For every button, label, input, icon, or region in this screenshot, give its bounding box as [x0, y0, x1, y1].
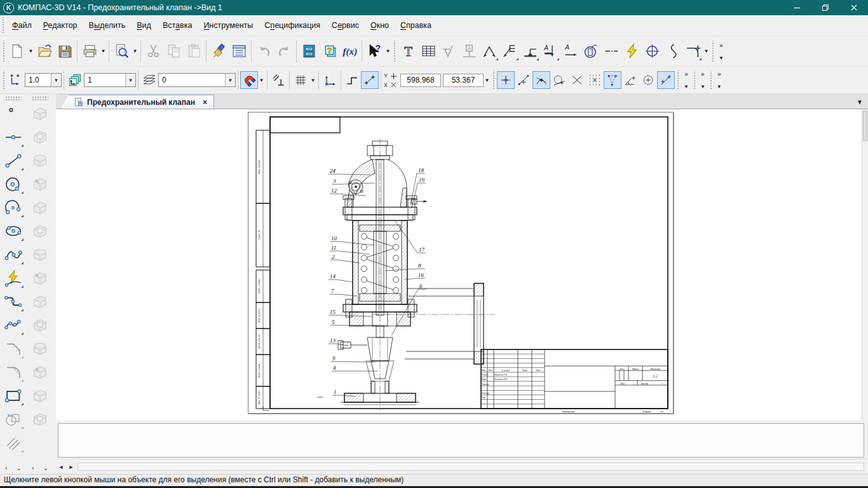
toolbar-grip[interactable] — [693, 71, 696, 90]
copy-properties-button[interactable] — [208, 41, 229, 62]
section-designation-button[interactable] — [581, 41, 601, 62]
horizontal-scrollbar[interactable] — [78, 463, 864, 471]
chevron-left-icon[interactable]: ‹ — [5, 464, 7, 471]
menu-Окно[interactable]: Окно — [365, 17, 395, 34]
circle-tool-button[interactable] — [3, 173, 24, 194]
toolbar-overflow-button[interactable]: »▼ — [681, 70, 691, 90]
local-cs-button[interactable] — [321, 71, 339, 89]
document-tab[interactable]: Предохранительный клапан × — [60, 95, 214, 109]
close-button[interactable] — [839, 0, 868, 15]
menu-Инструменты[interactable]: Инструменты — [198, 17, 259, 34]
restore-button[interactable] — [811, 0, 839, 15]
grid-toggle-button[interactable] — [292, 71, 309, 89]
menu-Редактор[interactable]: Редактор — [37, 17, 83, 34]
open-document-button[interactable] — [34, 41, 55, 62]
ortho-mode-button[interactable] — [343, 71, 361, 89]
library-manager-button[interactable]: ? — [319, 41, 339, 62]
expressions-button[interactable]: f(x) — [339, 41, 360, 62]
new-document-button[interactable] — [7, 41, 27, 62]
snaps-toggle-button[interactable] — [361, 71, 379, 89]
snap-tangent-button[interactable] — [550, 71, 568, 89]
chevron-down-icon[interactable]: ▼ — [225, 74, 235, 86]
datum-symbol-button[interactable] — [520, 41, 540, 62]
contour-tool-button[interactable] — [3, 291, 24, 312]
snap-grid-button[interactable] — [586, 71, 604, 89]
grid-toggle-dropdown-icon[interactable]: ▼ — [309, 71, 316, 90]
chevron-left-icon[interactable]: ‹ — [32, 464, 34, 471]
toolbar-overflow-button[interactable]: »▼ — [698, 70, 708, 90]
snap-center-button[interactable] — [639, 71, 657, 89]
menu-Файл[interactable]: Файл — [6, 17, 37, 34]
tab-list-dropdown-icon[interactable]: ▼ — [857, 98, 863, 105]
corner-trim-button[interactable] — [682, 41, 703, 62]
print-dropdown-icon[interactable]: ▼ — [100, 42, 107, 61]
callout-leader-button[interactable] — [499, 41, 520, 62]
menu-Вставка[interactable]: Вставка — [157, 17, 198, 34]
snap-nearest-button[interactable] — [604, 71, 621, 89]
view-manager-button[interactable] — [66, 71, 84, 89]
auxiliary-line-tool-button[interactable] — [3, 126, 24, 147]
ellipse-tool-button[interactable] — [3, 220, 24, 241]
layer-manager-button[interactable] — [140, 71, 158, 89]
point-tool-button[interactable] — [3, 103, 24, 124]
snap-intersection-button[interactable] — [532, 71, 550, 89]
toolbar-grip[interactable] — [709, 71, 713, 90]
dimension-tool-button[interactable] — [479, 41, 499, 62]
menu-Спецификация[interactable]: Спецификация — [259, 17, 326, 34]
current-view-combo[interactable]: 1▼ — [84, 73, 136, 87]
object-properties-button[interactable] — [229, 41, 249, 62]
vertical-scrollbar[interactable] — [862, 109, 868, 421]
variables-manager-button[interactable] — [299, 41, 319, 62]
corner-trim-dropdown-icon[interactable]: ▼ — [703, 42, 710, 61]
view-arrow-button[interactable]: А — [560, 41, 581, 62]
chevron-down-icon[interactable]: ⌄ — [16, 464, 21, 471]
segment-tool-button[interactable] — [3, 150, 24, 171]
toolbar-grip[interactable] — [492, 71, 496, 90]
chevron-down-icon[interactable]: ⌄ — [43, 464, 48, 471]
toolbar-grip[interactable] — [2, 71, 6, 90]
snap-point-button[interactable] — [497, 71, 515, 89]
cursor-step-button[interactable] — [7, 71, 25, 89]
toolbar-grip[interactable] — [393, 41, 397, 62]
rectangle-tool-button[interactable] — [3, 385, 24, 406]
toolbar-overflow-button[interactable]: »▼ — [716, 41, 726, 62]
toolbar-grip[interactable] — [676, 71, 680, 90]
toolbar-grip[interactable] — [711, 41, 715, 62]
snap-midpoint-button[interactable] — [515, 71, 532, 89]
drawing-sheet[interactable]: 2431210112147155139411819178166 Перв. пр… — [248, 112, 674, 414]
menu-Справка[interactable]: Справка — [395, 17, 437, 34]
centerline-tool-button[interactable] — [601, 41, 621, 62]
toolbar-overflow-button[interactable]: »▼ — [714, 70, 724, 90]
spline-tool-button[interactable] — [3, 315, 24, 336]
chevron-down-icon[interactable]: ▼ — [125, 74, 135, 86]
snap-normal-button[interactable] — [568, 71, 586, 89]
print-preview-button[interactable] — [111, 41, 132, 62]
vertical-scrollbar-thumb[interactable] — [863, 111, 867, 141]
text-tool-button[interactable]: T — [398, 41, 418, 62]
print-preview-dropdown-icon[interactable]: ▼ — [132, 42, 139, 61]
scroll-left-icon[interactable]: ◄ — [56, 462, 66, 472]
menu-grip[interactable] — [1, 17, 5, 34]
magnet-mode-button[interactable] — [240, 71, 258, 89]
equidistant-tool-button[interactable] — [3, 268, 24, 288]
panel-grip[interactable] — [32, 96, 48, 100]
minimize-button[interactable] — [782, 0, 811, 15]
dropdown-arrow-icon[interactable]: ▼ — [484, 71, 491, 90]
arc-tool-button[interactable] — [3, 197, 24, 218]
break-line-button[interactable] — [621, 41, 642, 62]
cursor-step-combo[interactable]: 1.0▼ — [25, 73, 62, 87]
context-help-dropdown-icon[interactable]: ▼ — [384, 42, 391, 61]
menu-Вид[interactable]: Вид — [131, 17, 157, 34]
section-line-button[interactable]: А — [540, 41, 560, 62]
y-coordinate-field[interactable] — [443, 74, 484, 87]
center-marker-button[interactable] — [642, 41, 662, 62]
chevron-down-icon[interactable]: ▼ — [51, 74, 61, 86]
wavy-break-line-button[interactable] — [662, 41, 682, 62]
curve-tool-button[interactable] — [3, 244, 24, 265]
tab-close-icon[interactable]: × — [203, 98, 207, 107]
snap-align-button[interactable] — [657, 71, 675, 89]
x-coordinate-field[interactable] — [400, 74, 441, 87]
menu-Сервис[interactable]: Сервис — [326, 17, 365, 34]
parallel-mode-button[interactable] — [269, 71, 287, 89]
new-document-dropdown-icon[interactable]: ▼ — [27, 42, 34, 61]
